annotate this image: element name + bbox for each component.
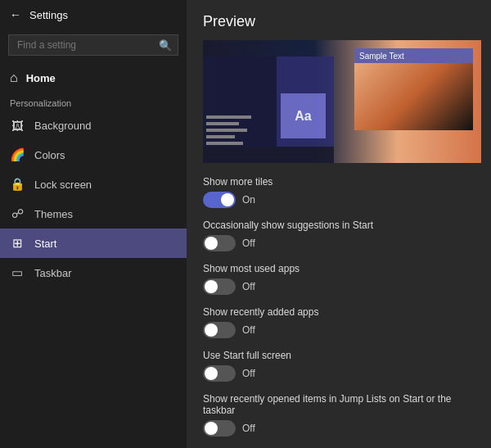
back-button[interactable]: ← Settings [0,0,187,29]
toggle-row: Off [203,278,475,295]
preview-window-titlebar: Sample Text [354,48,473,63]
setting-label: Show most used apps [203,263,475,274]
setting-label: Show recently opened items in Jump Lists… [203,393,475,416]
sidebar-item-background[interactable]: 🖼 Background [0,111,187,140]
toggle-row: Off [203,365,475,382]
back-icon: ← [10,8,21,21]
start-icon: ⊞ [10,236,25,251]
section-label: Personalization [0,92,187,111]
colors-icon: 🌈 [10,147,25,162]
setting-label: Show more tiles [203,176,475,188]
taskbar-icon: ▭ [10,265,25,280]
search-box: 🔍 [8,34,178,56]
toggle-show-more-tiles[interactable] [203,192,236,208]
home-icon: ⌂ [10,70,18,85]
home-label: Home [26,72,56,84]
preview-aa-tile: Aa [281,93,326,138]
toggle-recently-added[interactable] [203,322,236,338]
setting-recently-added: Show recently added apps Off [203,306,475,338]
toggle-row: Off [203,420,475,437]
background-icon: 🖼 [10,119,25,133]
setting-show-more-tiles: Show more tiles On [203,176,475,208]
toggle-most-used[interactable] [203,278,236,295]
sidebar-item-themes[interactable]: ☍ Themes [0,199,187,229]
toggle-row: Off [203,322,475,338]
sidebar-item-label: Colors [34,149,65,161]
toggle-state: Off [242,238,255,249]
preview-title: Preview [203,13,475,30]
setting-label: Show recently added apps [203,306,475,318]
sidebar: ← Settings 🔍 ⌂ Home Personalization 🖼 Ba… [0,0,187,448]
sidebar-item-lock-screen[interactable]: 🔒 Lock screen [0,170,187,199]
preview-taskbar [203,147,334,163]
search-input[interactable] [8,34,178,56]
sidebar-item-start[interactable]: ⊞ Start [0,229,187,258]
toggle-row: Off [203,235,475,251]
toggle-state: Off [242,281,255,292]
preview-image: Aa Sample Text [203,40,481,163]
toggle-state: Off [242,368,255,379]
preview-start-menu: Aa [203,57,334,163]
toggle-knob [205,367,218,380]
toggle-suggestions[interactable] [203,235,236,251]
preview-window-title: Sample Text [359,52,404,61]
toggle-row: On [203,192,475,208]
preview-window-body [354,63,473,130]
setting-label: Occasionally show suggestions in Start [203,219,475,231]
toggle-knob [205,422,218,435]
toggle-recently-opened[interactable] [203,420,236,437]
setting-full-screen: Use Start full screen Off [203,350,475,382]
toggle-state: On [242,194,255,206]
themes-icon: ☍ [10,206,25,221]
toggle-state: Off [242,324,255,336]
sidebar-item-label: Themes [34,208,73,220]
toggle-state: Off [242,423,255,434]
sidebar-item-label: Start [34,238,56,250]
preview-window: Sample Text [354,48,473,130]
setting-label: Use Start full screen [203,350,475,361]
sidebar-item-label: Taskbar [34,267,72,279]
setting-suggestions: Occasionally show suggestions in Start O… [203,219,475,251]
sidebar-item-taskbar[interactable]: ▭ Taskbar [0,258,187,287]
toggle-knob [205,324,218,337]
sidebar-item-label: Lock screen [34,179,92,191]
main-content: Preview Aa [187,0,491,448]
preview-background: Aa Sample Text [203,40,481,163]
setting-most-used: Show most used apps Off [203,263,475,295]
sidebar-item-label: Background [34,120,91,132]
sidebar-item-home[interactable]: ⌂ Home [0,64,187,92]
setting-recently-opened: Show recently opened items in Jump Lists… [203,393,475,437]
toggle-knob [205,280,218,293]
toggle-knob [221,193,234,206]
sidebar-item-colors[interactable]: 🌈 Colors [0,140,187,170]
lock-icon: 🔒 [10,177,25,192]
toggle-full-screen[interactable] [203,365,236,382]
search-icon: 🔍 [159,39,172,52]
settings-title: Settings [29,9,68,21]
toggle-knob [205,237,218,250]
